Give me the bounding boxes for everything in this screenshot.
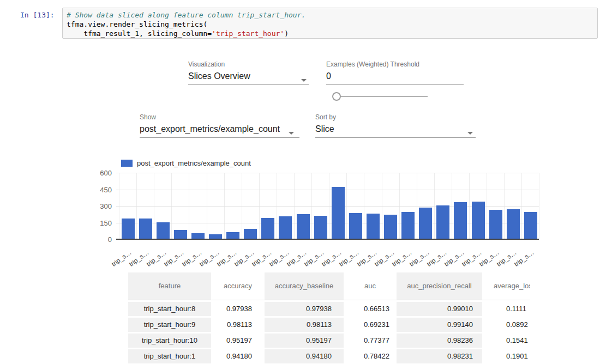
visualization-dropdown[interactable]: Visualization Slices Overview [188,61,309,85]
show-label: Show [140,114,299,120]
visualization-label: Visualization [188,61,309,68]
bar[interactable] [244,229,257,239]
table-cell: 0.1901 [482,349,530,363]
show-value[interactable]: post_export_metrics/example_count [140,125,299,134]
code-token: tfma.view.render_slicing_metrics( [67,20,207,28]
threshold-field[interactable]: Examples (Weighted) Threshold 0 [326,61,464,85]
x-axis-tick-label: trip_s… [513,248,536,268]
table-cell: 0.99140 [397,318,482,332]
underline [326,84,464,85]
y-axis-tick-label: 300 [88,202,112,210]
table-cell: 0.98113 [265,318,344,332]
y-axis-tick-label: 450 [88,186,112,194]
threshold-slider[interactable] [332,92,430,101]
chevron-down-icon[interactable] [289,132,294,135]
table-cell: 0.94180 [265,349,344,363]
table-header-row: featureaccuracyaccuracy_baselineaucauc_p… [128,272,530,300]
gridline-horizontal [116,190,539,190]
bar[interactable] [139,219,152,239]
underline [315,137,476,138]
table-row[interactable]: trip_start_hour:100.951970.951970.773770… [128,333,530,348]
code-token: 'trip_start_hour' [212,29,284,38]
table-cell: 0.97938 [211,302,265,316]
table-cell: trip_start_hour:8 [128,302,211,316]
table-header-cell[interactable]: feature [128,272,211,300]
bar[interactable] [174,230,187,239]
bar[interactable] [472,202,485,239]
code-token: ) [284,29,289,38]
table-cell: 0.95197 [265,333,344,348]
code-line: # Show data sliced along feature column … [67,10,593,20]
code-editor[interactable]: # Show data sliced along feature column … [62,8,598,39]
bar[interactable] [279,216,292,239]
metrics-table-inner: featureaccuracyaccuracy_baselineaucauc_p… [128,272,530,363]
x-axis-tick-label: trip_s… [163,248,185,268]
table-header-cell[interactable]: accuracy_baseline [265,272,344,300]
table-row[interactable]: trip_start_hour:90.981130.981130.692310.… [128,318,530,332]
cell-prompt: In [13]: [20,11,55,19]
table-row[interactable]: trip_start_hour:10.941800.941800.784220.… [128,349,530,363]
bar[interactable] [524,212,537,239]
bar[interactable] [507,209,520,239]
bar[interactable] [489,210,502,239]
underline [188,84,309,85]
gridline-horizontal [116,173,539,173]
slider-handle[interactable] [332,92,341,101]
table-cell: trip_start_hour:1 [128,349,211,363]
table-header-cell[interactable]: average_los [482,272,530,300]
bar[interactable] [454,202,467,239]
threshold-input[interactable]: 0 [326,72,464,81]
sort-label: Sort by [315,114,476,120]
bar[interactable] [436,205,449,239]
table-header-cell[interactable]: accuracy [211,272,265,300]
table-cell: 0.95197 [211,333,265,348]
show-dropdown[interactable]: Show post_export_metrics/example_count [140,114,299,138]
table-header-divider [128,300,530,300]
bar[interactable] [349,213,362,239]
table-row[interactable]: trip_start_hour:80.979380.979380.665130.… [128,302,530,316]
x-axis-tick-label: trip_s… [338,248,361,268]
table-cell: trip_start_hour:10 [128,333,211,348]
x-axis-tick-label: trip_s… [233,248,256,268]
x-axis-tick-label: trip_s… [180,248,203,268]
table-cell: 0.98236 [397,333,482,348]
bar[interactable] [332,187,345,239]
table-cell: 0.77377 [344,333,397,348]
bar[interactable] [384,215,397,239]
legend-swatch [121,160,133,167]
table-cell: 0.66513 [344,302,397,316]
bar[interactable] [419,208,432,239]
table-cell: 0.78422 [344,349,397,363]
table-cell: 0.94180 [211,349,265,363]
bar[interactable] [122,219,135,239]
sort-value[interactable]: Slice [315,125,476,134]
chevron-down-icon[interactable] [301,79,307,82]
metrics-table[interactable]: featureaccuracyaccuracy_baselineaucauc_p… [128,272,530,364]
visualization-value[interactable]: Slices Overview [188,72,309,81]
table-header-cell[interactable]: auc_precision_recall [397,272,482,300]
bar[interactable] [297,214,310,239]
chevron-down-icon[interactable] [467,132,473,135]
table-cell: 0.0892 [482,318,530,332]
table-cell: 0.97938 [265,302,344,316]
x-axis-tick-label: trip_s… [355,248,378,268]
bar[interactable] [157,222,170,239]
bar-chart-plot: 0150300450600trip_s…trip_s…trip_s…trip_s… [116,173,539,239]
code-token: # Show data sliced along feature column … [67,11,305,19]
bar[interactable] [401,212,415,239]
code-lines: # Show data sliced along feature column … [63,8,597,40]
code-line: tfma_result_1, slicing_column='trip_star… [67,29,593,38]
bar[interactable] [261,218,274,239]
bar[interactable] [367,214,380,239]
table-cell: 0.98113 [211,318,265,332]
x-axis-baseline [116,239,539,240]
table-cell: 0.99010 [397,302,482,316]
sort-dropdown[interactable]: Sort by Slice [315,114,476,138]
slider-track[interactable] [339,96,428,97]
bar[interactable] [314,216,327,239]
x-axis-tick-label: trip_s… [408,248,431,268]
table-header-cell[interactable]: auc [344,272,397,300]
gridline-vertical [539,173,539,239]
y-axis-tick-label: 0 [88,235,112,244]
y-axis-tick-label: 600 [88,169,112,177]
